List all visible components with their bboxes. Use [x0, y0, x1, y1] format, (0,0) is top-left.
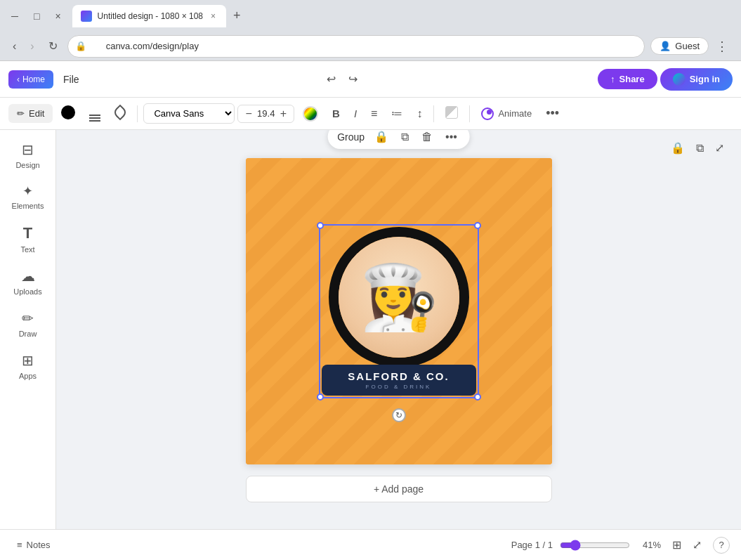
close-button[interactable]: ×	[49, 8, 66, 25]
logo-circle: 👩‍🍳	[329, 227, 469, 367]
circle-tool-button[interactable]	[55, 101, 81, 126]
undo-button[interactable]: ↩	[321, 68, 341, 90]
sidebar-item-apps[interactable]: ⊞ Apps	[3, 346, 53, 386]
canvas-content: 👩‍🍳 SALFORD & CO. FOOD & DRINK ↻	[322, 227, 476, 396]
font-size-value: 19.4	[256, 108, 276, 119]
line-spacing-button[interactable]: ↕	[411, 103, 428, 124]
font-size-minus-button[interactable]: −	[244, 108, 253, 120]
curve-tool-button[interactable]	[109, 103, 131, 125]
logo-graphic: 👩‍🍳 SALFORD & CO. FOOD & DRINK	[322, 227, 476, 396]
group-delete-button[interactable]: 🗑	[419, 130, 435, 145]
guest-label: Guest	[675, 41, 700, 51]
group-label: Group	[337, 131, 365, 143]
lines-tool-button[interactable]	[84, 102, 106, 126]
home-button[interactable]: ‹ Home	[8, 70, 53, 89]
tab-title: Untitled design - 1080 × 108	[98, 11, 203, 21]
sidebar-item-design[interactable]: ⊟ Design	[3, 136, 53, 175]
toolbar-separator3	[469, 105, 470, 122]
sidebar-item-elements[interactable]: ✦ Elements	[3, 178, 53, 216]
new-tab-button[interactable]: +	[229, 7, 245, 25]
help-button[interactable]: ?	[713, 537, 730, 554]
maximize-button[interactable]: □	[28, 8, 45, 25]
apps-icon: ⊞	[22, 352, 34, 369]
text-label: Text	[20, 245, 34, 254]
notes-button[interactable]: ≡ Notes	[11, 537, 56, 553]
zoom-slider[interactable]	[560, 540, 630, 551]
guest-button[interactable]: 👤 Guest	[650, 37, 709, 55]
lock-canvas-button[interactable]: 🔒	[668, 138, 688, 157]
font-selector[interactable]: Canva Sans	[143, 103, 235, 124]
design-label: Design	[15, 161, 39, 169]
toolbar-separator	[137, 105, 138, 122]
group-toolbar: Group 🔒 ⧉ 🗑 •••	[327, 130, 470, 149]
group-lock-button[interactable]: 🔒	[372, 130, 391, 145]
page-info: Page 1 / 1 41% ⊞ ⤢ ?	[511, 535, 730, 554]
design-icon: ⊟	[22, 141, 34, 158]
address-bar-right: 👤 Guest ⋮	[650, 36, 733, 57]
zoom-slider-container: 41%	[560, 540, 661, 551]
rotate-handle[interactable]: ↻	[392, 408, 406, 422]
toolbar-separator2	[433, 105, 434, 122]
animate-label: Animate	[498, 108, 532, 119]
redo-button[interactable]: ↪	[343, 68, 363, 90]
draw-icon: ✏	[22, 310, 34, 327]
edit-button[interactable]: ✏ Edit	[8, 104, 53, 123]
background-color-button[interactable]	[440, 102, 464, 126]
fullscreen-button[interactable]: ⤢	[688, 535, 706, 554]
refresh-button[interactable]: ↻	[44, 37, 62, 56]
notes-icon: ≡	[17, 540, 22, 550]
page-label: Page 1 / 1	[511, 540, 553, 550]
window-controls: ─ □ ×	[6, 8, 67, 25]
grid-view-button[interactable]: ⊞	[668, 535, 686, 554]
font-size-plus-button[interactable]: +	[279, 108, 288, 120]
group-more-button[interactable]: •••	[442, 130, 460, 145]
browser-menu-button[interactable]: ⋮	[712, 36, 733, 57]
sidebar-item-draw[interactable]: ✏ Draw	[3, 304, 53, 344]
bold-button[interactable]: B	[327, 103, 346, 124]
font-size-control: − 19.4 +	[237, 105, 294, 123]
main-toolbar: ‹ Home File ↩ ↪ ↑ Share Sign in	[0, 61, 741, 98]
align-icon: ≡	[371, 108, 377, 119]
duplicate-canvas-button[interactable]: ⧉	[693, 138, 707, 157]
canvas-floating-controls: 🔒 ⧉ ⤢	[668, 138, 727, 157]
canva-icon	[673, 73, 686, 86]
logo-banner: SALFORD & CO. FOOD & DRINK	[322, 365, 476, 396]
sidebar-item-uploads[interactable]: ☁ Uploads	[3, 262, 53, 301]
chef-emoji: 👩‍🍳	[339, 237, 459, 358]
apps-label: Apps	[19, 372, 37, 380]
animate-button[interactable]: Animate	[476, 105, 537, 123]
url-text: canva.com/design/play	[106, 41, 199, 51]
canva-app: ‹ Home File ↩ ↪ ↑ Share Sign in ✏ Edit	[0, 61, 741, 560]
more-options-button[interactable]: •••	[540, 103, 565, 124]
back-button[interactable]: ‹	[8, 37, 20, 56]
uploads-label: Uploads	[13, 287, 41, 296]
home-chevron-icon: ‹	[17, 74, 20, 84]
circle-icon	[61, 105, 75, 119]
align-button[interactable]: ≡	[365, 103, 383, 124]
bottom-bar: ≡ Notes Page 1 / 1 41% ⊞ ⤢ ?	[0, 529, 741, 560]
undo-redo-group: ↩ ↪	[321, 68, 363, 90]
active-tab[interactable]: Untitled design - 1080 × 108 ×	[72, 5, 226, 27]
expand-canvas-button[interactable]: ⤢	[712, 138, 727, 157]
signin-button[interactable]: Sign in	[660, 68, 733, 91]
color-picker-button[interactable]	[297, 102, 324, 126]
elements-label: Elements	[12, 202, 44, 210]
list-icon: ≔	[391, 108, 402, 119]
address-bar-row: ‹ › ↻ 🔒 canva.com/design/play 👤 Guest ⋮	[0, 32, 741, 61]
sidebar-item-text[interactable]: T Text	[3, 219, 53, 259]
italic-button[interactable]: I	[348, 103, 362, 124]
forward-button[interactable]: ›	[26, 37, 38, 56]
canvas-inner: 👩‍🍳 SALFORD & CO. FOOD & DRINK ↻	[246, 158, 552, 464]
tab-close-button[interactable]: ×	[209, 11, 218, 22]
animate-circle-icon	[481, 108, 494, 120]
group-copy-button[interactable]: ⧉	[398, 130, 412, 145]
share-button[interactable]: ↑ Share	[598, 69, 657, 89]
share-label: Share	[619, 74, 645, 84]
color-icon	[303, 106, 318, 122]
add-page-button[interactable]: + Add page	[246, 476, 552, 502]
minimize-button[interactable]: ─	[6, 8, 24, 25]
lines-icon	[89, 115, 100, 122]
list-button[interactable]: ≔	[386, 103, 408, 124]
address-bar[interactable]: 🔒 canva.com/design/play	[67, 35, 645, 58]
file-button[interactable]: File	[56, 70, 86, 89]
